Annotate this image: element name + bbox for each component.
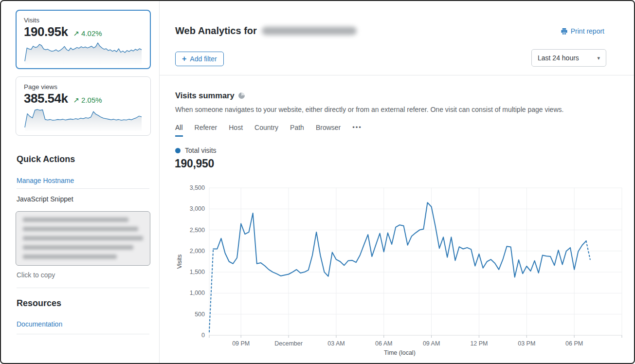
visits-summary-title: Visits summary: [175, 91, 245, 100]
trend-up-icon: ↗: [73, 29, 79, 38]
svg-text:3,500: 3,500: [190, 184, 205, 191]
legend-dot-icon: [175, 148, 181, 153]
printer-icon: [561, 28, 568, 35]
trend-up-icon: ↗: [73, 96, 79, 105]
tab-overflow-menu[interactable]: •••: [352, 124, 362, 137]
visits-chart: 05001,0001,5002,0002,5003,0003,50009 PMD…: [174, 181, 627, 358]
svg-text:1,500: 1,500: [190, 269, 205, 275]
svg-text:09 PM: 09 PM: [232, 340, 250, 347]
page-title: Web Analytics for: [175, 25, 357, 36]
chevron-down-icon: ▾: [597, 55, 600, 61]
metric-card-page-views[interactable]: Page views 385.54k ↗ 2.05%: [16, 76, 151, 136]
tab-country[interactable]: Country: [254, 124, 278, 137]
legend-label: Total visits: [185, 146, 217, 154]
visits-sparkline: [24, 41, 143, 65]
svg-text:3,000: 3,000: [190, 205, 205, 212]
divider: [17, 334, 149, 334]
redacted-code-line: [23, 245, 133, 250]
code-snippet-box[interactable]: [16, 211, 150, 266]
metric-label: Visits: [24, 17, 143, 24]
redacted-code-line: [23, 236, 143, 240]
time-range-value: Last 24 hours: [538, 54, 579, 62]
tab-all[interactable]: All: [175, 124, 183, 137]
svg-text:0: 0: [201, 332, 205, 339]
redacted-code-line: [23, 218, 128, 222]
resources-title: Resources: [17, 298, 61, 309]
svg-text:03 AM: 03 AM: [327, 340, 345, 347]
svg-text:09 AM: 09 AM: [423, 340, 440, 347]
total-visits-value: 190,950: [175, 157, 214, 170]
plus-icon: +: [182, 55, 186, 63]
tab-referer[interactable]: Referer: [195, 124, 218, 137]
quick-actions-title: Quick Actions: [17, 154, 75, 164]
metric-delta: ↗ 4.02%: [73, 29, 102, 38]
svg-text:03 PM: 03 PM: [518, 340, 535, 347]
redacted-code-line: [23, 255, 117, 259]
header-divider: [160, 75, 634, 75]
tab-browser[interactable]: Browser: [316, 124, 341, 137]
click-to-copy-hint: Click to copy: [17, 271, 55, 279]
visits-summary-description: When someone navigates to your website, …: [175, 106, 563, 113]
metric-value: 385.54k: [24, 91, 68, 106]
svg-text:Visits: Visits: [176, 255, 183, 269]
page-views-sparkline: [24, 108, 143, 131]
web-analytics-page: Visits 190.95k ↗ 4.02% Page views 385.54…: [0, 0, 635, 364]
add-filter-button[interactable]: + Add filter: [175, 52, 224, 66]
svg-text:12 PM: 12 PM: [470, 340, 488, 347]
svg-text:1,000: 1,000: [190, 290, 205, 296]
metric-value: 190.95k: [24, 24, 68, 39]
tab-host[interactable]: Host: [229, 124, 243, 137]
divider: [17, 188, 149, 189]
javascript-snippet-label: JavaScript Snippet: [17, 195, 73, 203]
pie-chart-icon: [238, 92, 245, 99]
svg-text:December: December: [274, 340, 303, 347]
tab-path[interactable]: Path: [290, 124, 304, 137]
time-range-select[interactable]: Last 24 hours ▾: [531, 49, 606, 67]
manage-hostname-link[interactable]: Manage Hostname: [17, 177, 74, 184]
svg-text:06 AM: 06 AM: [375, 340, 392, 347]
metric-delta: ↗ 2.05%: [73, 96, 102, 105]
summary-tabs: All Referer Host Country Path Browser ••…: [175, 124, 362, 137]
redacted-code-line: [23, 227, 138, 231]
svg-text:Time (local): Time (local): [384, 349, 416, 356]
metric-card-visits[interactable]: Visits 190.95k ↗ 4.02%: [16, 10, 151, 69]
sidebar-divider: [159, 1, 160, 363]
documentation-link[interactable]: Documentation: [17, 320, 62, 328]
redacted-domain: [262, 27, 357, 35]
metric-label: Page views: [24, 83, 143, 91]
svg-text:06 PM: 06 PM: [565, 340, 583, 347]
chart-legend: Total visits: [175, 146, 217, 154]
print-report-button[interactable]: Print report: [561, 27, 604, 35]
svg-text:2,000: 2,000: [190, 248, 205, 255]
svg-text:500: 500: [195, 311, 205, 318]
divider: [17, 288, 149, 288]
svg-text:2,500: 2,500: [190, 227, 205, 234]
